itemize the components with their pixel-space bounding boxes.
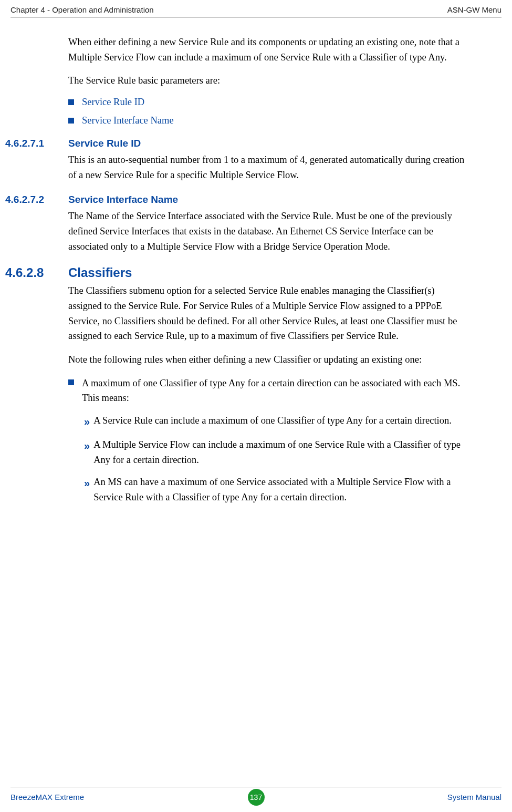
classifiers-paragraph-2: Note the following rules when either def… (68, 352, 465, 367)
heading-number: 4.6.2.7.2 (0, 194, 68, 205)
section-body: The Name of the Service Interface associ… (68, 209, 465, 254)
chevron-icon: » (84, 438, 88, 467)
intro-paragraph-1: When either defining a new Service Rule … (68, 35, 465, 65)
header-rule (11, 17, 501, 17)
chevron-icon: » (84, 414, 88, 430)
sub-bullet-text: A Service Rule can include a maximum of … (93, 413, 452, 430)
toc-link-service-interface-name[interactable]: Service Interface Name (68, 115, 465, 126)
sub-bullet-item: » An MS can have a maximum of one Servic… (84, 475, 465, 505)
heading-title: Service Interface Name (68, 194, 178, 205)
intro-paragraph-2: The Service Rule basic parameters are: (68, 73, 465, 88)
page-number-badge: 137 (248, 789, 265, 806)
toc-link-label: Service Rule ID (82, 97, 144, 108)
bullet-item: A maximum of one Classifier of type Any … (68, 376, 465, 406)
sub-bullet-item: » A Multiple Service Flow can include a … (84, 437, 465, 467)
heading-service-rule-id: 4.6.2.7.1 Service Rule ID (0, 138, 512, 149)
section-body: This is an auto-sequential number from 1… (68, 152, 465, 182)
heading-classifiers: 4.6.2.8 Classifiers (0, 265, 512, 280)
footer-product[interactable]: BreezeMAX Extreme (11, 793, 84, 801)
toc-link-service-rule-id[interactable]: Service Rule ID (68, 97, 465, 108)
header-chapter: Chapter 4 - Operation and Administration (11, 5, 154, 14)
heading-title: Classifiers (68, 265, 132, 280)
heading-number: 4.6.2.8 (0, 265, 68, 280)
heading-service-interface-name: 4.6.2.7.2 Service Interface Name (0, 194, 512, 205)
classifiers-paragraph-1: The Classifiers submenu option for a sel… (68, 283, 465, 344)
header-menu: ASN-GW Menu (447, 5, 501, 14)
sub-bullet-item: » A Service Rule can include a maximum o… (84, 413, 465, 430)
footer-manual-link[interactable]: System Manual (447, 793, 501, 801)
chevron-icon: » (84, 475, 88, 505)
square-bullet-icon (68, 118, 74, 124)
toc-link-label: Service Interface Name (82, 115, 174, 126)
square-bullet-icon (68, 379, 74, 385)
sub-bullet-text: An MS can have a maximum of one Service … (93, 475, 465, 505)
bullet-text: A maximum of one Classifier of type Any … (82, 376, 465, 406)
heading-number: 4.6.2.7.1 (0, 138, 68, 149)
footer-rule (11, 787, 501, 787)
heading-title: Service Rule ID (68, 138, 141, 149)
square-bullet-icon (68, 99, 74, 105)
sub-bullet-text: A Multiple Service Flow can include a ma… (93, 437, 465, 467)
